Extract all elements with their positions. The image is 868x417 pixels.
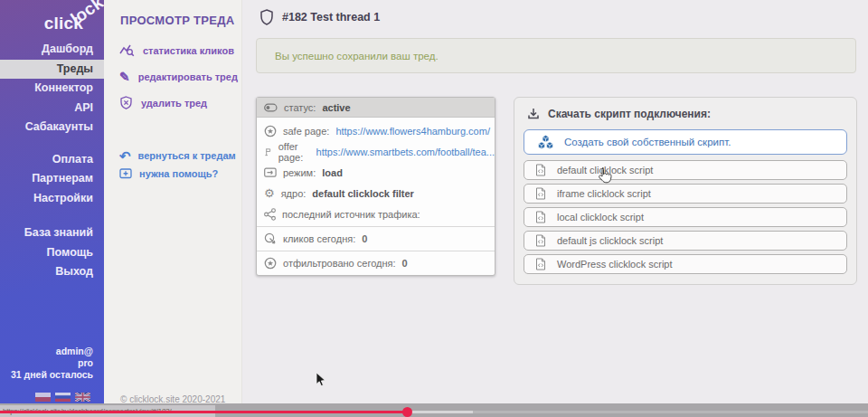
sidebar-item-dashboard[interactable]: Дашборд [0, 40, 104, 60]
sidebar-item-knowledge-base[interactable]: База знаний [0, 223, 104, 243]
account-info: admin@ pro 31 дней осталось [11, 346, 93, 381]
create-custom-script-label: Создать свой собственный скрипт. [564, 137, 731, 147]
file-code-icon [535, 234, 546, 247]
sidebar-nav-tertiary: База знаний Помощь Выход [0, 223, 104, 282]
script-button-default-js[interactable]: default js clicklock script [524, 231, 847, 251]
thread-actions: статистика кликов ✎ редактировать тред у… [104, 37, 241, 116]
safe-page-link[interactable]: https://www.flowers4hamburg.com/ [335, 126, 490, 137]
counter-value: 0 [402, 258, 408, 269]
video-player-strip: https://clicklock.site/ru/dashboard/conn… [0, 403, 868, 417]
clicklock-logo[interactable]: click lock [0, 0, 104, 40]
thread-title: #182 Test thread 1 [282, 11, 380, 24]
filtered-today-row: отфильтровано сегодня: 0 [257, 251, 495, 275]
last-traffic-source-row: последний источник трафика: [257, 204, 495, 224]
help-plus-icon [119, 168, 132, 179]
link-label: вернуться к тредам [138, 150, 236, 161]
create-custom-script-button[interactable]: Создать свой собственный скрипт. [524, 129, 847, 155]
script-button-local[interactable]: local clicklock script [524, 207, 847, 227]
download-scripts-panel: Скачать скрипт подключения: Создать свой… [514, 97, 857, 285]
sidebar-item-settings[interactable]: Настройки [0, 189, 104, 209]
file-code-icon [535, 187, 546, 200]
account-days-left: 31 дней осталось [11, 369, 93, 381]
sidebar-item-threads[interactable]: Треды [0, 60, 104, 80]
link-need-help[interactable]: нужна помощь? [104, 165, 241, 183]
gear-icon: ⚙ [264, 187, 275, 199]
action-edit-thread[interactable]: ✎ редактировать тред [104, 63, 241, 90]
script-button-label: WordPress clicklock script [557, 259, 673, 270]
stats-magnifier-icon [119, 43, 135, 57]
download-icon [527, 108, 540, 120]
success-alert: Вы успешно сохранили ваш тред. [256, 38, 856, 73]
thread-shield-icon [259, 9, 274, 25]
video-progress-knob[interactable] [402, 407, 412, 417]
thread-submenu: ПРОСМОТР ТРЕДА статистика кликов ✎ редак… [104, 0, 242, 417]
counter-label: отфильтровано сегодня: [283, 258, 396, 269]
status-header: статус: active [257, 98, 495, 118]
action-label: редактировать тред [138, 71, 238, 82]
sidebar-item-subaccounts[interactable]: Сабакаунты [0, 118, 104, 137]
undo-arrow-icon: ↶ [119, 150, 131, 162]
uk-flag-icon[interactable] [75, 393, 90, 402]
status-value: active [322, 102, 350, 113]
sidebar-item-payment[interactable]: Оплата [0, 150, 104, 170]
sidebar-item-help[interactable]: Помощь [0, 243, 104, 263]
link-label: нужна помощь? [139, 168, 218, 179]
action-label: статистика кликов [143, 45, 234, 56]
mode-value: load [322, 167, 343, 178]
core-value: default clicklock filter [312, 188, 413, 199]
submenu-links: ↶ вернуться к тредам нужна помощь? [104, 147, 241, 183]
toggle-icon [264, 101, 278, 114]
poland-flag-icon[interactable] [35, 393, 51, 402]
sidebar-item-partners[interactable]: Партнерам [0, 169, 104, 189]
video-played-bar [0, 411, 407, 413]
offer-page-link[interactable]: https://www.smartbets.com/football/tea..… [316, 147, 495, 157]
file-code-icon [535, 258, 546, 270]
script-button-label: local clicklock script [557, 212, 644, 223]
account-email: admin@ [11, 346, 93, 357]
mode-arrow-icon [264, 166, 277, 178]
flag-icon [264, 146, 272, 158]
share-icon [264, 208, 276, 221]
sidebar-nav-secondary: Оплата Партнерам Настройки [0, 150, 104, 209]
thread-title-row: #182 Test thread 1 [259, 9, 380, 25]
counter-label: кликов сегодня: [283, 233, 355, 244]
badge-star-icon [264, 257, 277, 270]
scripts-panel-title: Скачать скрипт подключения: [548, 108, 711, 120]
script-button-label: default js clicklock script [557, 235, 663, 246]
action-label: удалить тред [141, 98, 207, 109]
sidebar-item-logout[interactable]: Выход [0, 262, 104, 282]
badge-star-icon [264, 125, 277, 137]
russia-flag-icon[interactable] [55, 393, 71, 402]
row-label: режим: [283, 167, 316, 178]
mode-row: режим: load [257, 162, 495, 183]
language-switcher [35, 393, 90, 402]
status-rows: safe page: https://www.flowers4hamburg.c… [257, 118, 495, 226]
row-label: последний источник трафика: [282, 209, 420, 220]
click-cursor-icon [264, 232, 277, 245]
row-label: safe page: [283, 126, 329, 137]
sidebar-item-api[interactable]: API [0, 99, 104, 118]
action-click-statistics[interactable]: статистика кликов [104, 37, 241, 63]
core-row: ⚙ ядро: default clicklock filter [257, 183, 495, 204]
file-code-icon [535, 164, 546, 176]
link-back-to-threads[interactable]: ↶ вернуться к тредам [104, 147, 241, 165]
action-delete-thread[interactable]: удалить тред [104, 90, 241, 116]
file-code-icon [535, 211, 546, 223]
status-label: статус: [284, 102, 316, 113]
sidebar-nav-primary: Дашборд Треды Коннектор API Сабакаунты [0, 40, 104, 137]
counter-value: 0 [362, 233, 367, 244]
success-alert-text: Вы успешно сохранили ваш тред. [275, 51, 439, 62]
safe-page-row: safe page: https://www.flowers4hamburg.c… [257, 120, 495, 141]
submenu-title: ПРОСМОТР ТРЕДА [104, 0, 241, 27]
script-button-wordpress[interactable]: WordPress clicklock script [524, 254, 847, 274]
cubes-icon [536, 135, 555, 150]
clicks-today-row: кликов сегодня: 0 [257, 226, 495, 251]
script-button-iframe[interactable]: iframe clicklock script [524, 184, 847, 204]
sidebar-item-connector[interactable]: Коннектор [0, 79, 104, 99]
scripts-panel-header: Скачать скрипт подключения: [514, 98, 856, 120]
script-button-default[interactable]: default clicklock script [524, 160, 847, 180]
row-label: ядро: [281, 188, 307, 199]
hand-pointer-cursor [597, 166, 612, 185]
thread-status-card: статус: active safe page: https://www.fl… [256, 97, 495, 276]
mouse-arrow-cursor [316, 372, 326, 388]
